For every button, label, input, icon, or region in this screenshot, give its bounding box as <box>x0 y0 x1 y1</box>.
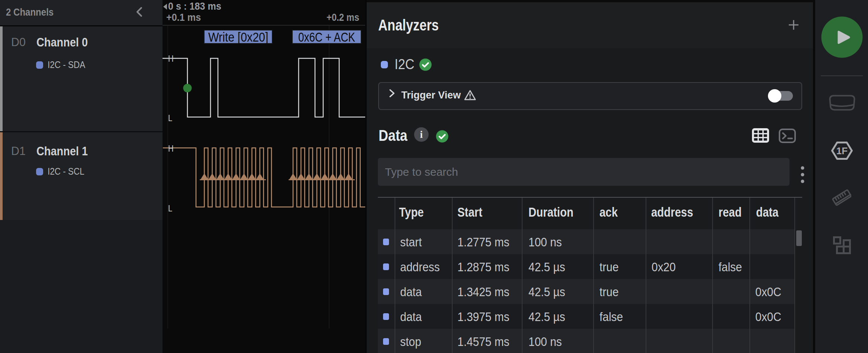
svg-text:1F: 1F <box>836 145 848 156</box>
svg-text:i: i <box>420 129 423 140</box>
